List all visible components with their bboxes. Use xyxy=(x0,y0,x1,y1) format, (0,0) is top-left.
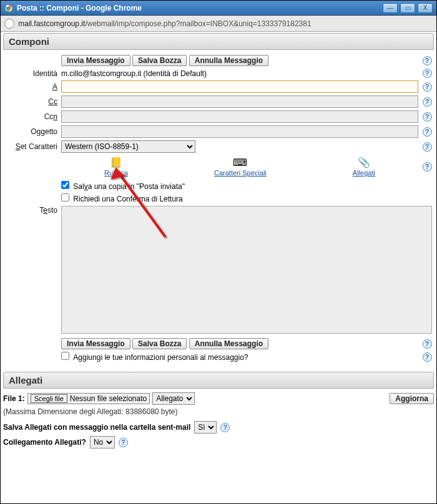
attachments-tool[interactable]: 📎 Allegati xyxy=(353,157,375,177)
help-icon[interactable]: ? xyxy=(423,162,432,172)
window-titlebar: Posta :: Componi - Google Chrome — ▭ X xyxy=(1,1,436,16)
close-button[interactable]: X xyxy=(418,3,433,13)
help-icon[interactable]: ? xyxy=(423,112,432,122)
max-size-note: (Massima Dimensione degli Allegati: 8388… xyxy=(3,407,434,416)
cc-input[interactable] xyxy=(61,95,418,108)
minimize-button[interactable]: — xyxy=(383,3,398,13)
save-sent-checkbox[interactable] xyxy=(61,181,69,189)
cancel-button[interactable]: Annulla Messaggio xyxy=(189,55,268,66)
attachments-header: Allegati xyxy=(3,372,434,389)
compose-header: Componi xyxy=(3,33,434,50)
identity-value: m.cillo@fastcomgroup.it (Identità di Def… xyxy=(61,69,207,78)
keyboard-icon: ⌨ xyxy=(214,157,267,168)
personal-info-checkbox[interactable] xyxy=(61,352,69,360)
identity-label: Identità xyxy=(3,67,59,79)
choose-file-button[interactable]: Scegli file xyxy=(31,394,67,403)
body-label: Testo xyxy=(3,205,59,337)
cancel-button-bottom[interactable]: Annulla Messaggio xyxy=(189,338,268,349)
disposition-select[interactable]: Allegato xyxy=(152,392,195,405)
addressbook-tool[interactable]: 📒 Rubrica xyxy=(104,157,128,177)
help-icon[interactable]: ? xyxy=(423,56,432,65)
maximize-button[interactable]: ▭ xyxy=(400,3,415,13)
save-draft-button[interactable]: Salva Bozza xyxy=(132,55,187,66)
read-receipt-checkbox[interactable] xyxy=(61,193,69,201)
cc-label: Cc xyxy=(3,94,59,109)
to-input[interactable] xyxy=(61,80,418,93)
save-attach-label: Salva Allegati con messaggio nella carte… xyxy=(3,423,190,432)
help-icon[interactable]: ? xyxy=(423,97,432,107)
help-icon[interactable]: ? xyxy=(220,423,230,432)
help-icon[interactable]: ? xyxy=(423,69,432,78)
chrome-icon xyxy=(4,4,13,12)
send-button[interactable]: Invia Messaggio xyxy=(61,55,130,66)
link-attach-select[interactable]: No xyxy=(90,436,115,448)
help-icon[interactable]: ? xyxy=(423,82,432,92)
to-label: A xyxy=(3,79,59,94)
send-button-bottom[interactable]: Invia Messaggio xyxy=(61,338,130,349)
page-icon xyxy=(4,19,14,29)
body-textarea[interactable] xyxy=(61,206,432,334)
link-attach-label: Collegamento Allegati? xyxy=(3,438,86,447)
charset-label: Set Caratteri xyxy=(3,139,59,154)
subject-input[interactable] xyxy=(61,125,418,138)
read-receipt-label: Richiedi una Conferma di Lettura xyxy=(73,195,182,203)
bcc-input[interactable] xyxy=(61,110,418,123)
refresh-button[interactable]: Aggiorna xyxy=(390,393,434,404)
file-input[interactable]: Scegli file Nessun file selezionato xyxy=(27,393,150,404)
address-bar[interactable]: mail.fastcomgroup.it/webmail/imp/compose… xyxy=(1,16,436,32)
special-chars-tool[interactable]: ⌨ Caratteri Speciali xyxy=(214,157,267,177)
charset-select[interactable]: Western (ISO-8859-1) xyxy=(61,140,195,153)
save-draft-button-bottom[interactable]: Salva Bozza xyxy=(132,338,187,349)
window-title: Posta :: Componi - Google Chrome xyxy=(17,4,383,12)
file1-label: File 1: xyxy=(3,394,25,403)
help-icon[interactable]: ? xyxy=(423,339,432,349)
url-text: mail.fastcomgroup.it/webmail/imp/compose… xyxy=(18,19,312,28)
help-icon[interactable]: ? xyxy=(423,352,432,362)
bcc-label: Ccn xyxy=(3,109,59,124)
help-icon[interactable]: ? xyxy=(119,438,128,447)
no-file-text: Nessun file selezionato xyxy=(70,394,147,403)
save-sent-label: Salva una copia in "Posta inviata" xyxy=(73,182,185,191)
help-icon[interactable]: ? xyxy=(423,142,432,152)
paperclip-icon: 📎 xyxy=(353,157,375,168)
subject-label: Oggetto xyxy=(3,124,59,139)
save-attach-select[interactable]: Sì xyxy=(194,421,217,434)
personal-info-label: Aggiungi le tue informazioni personali a… xyxy=(73,353,248,362)
addressbook-icon: 📒 xyxy=(104,157,128,168)
help-icon[interactable]: ? xyxy=(423,127,432,137)
